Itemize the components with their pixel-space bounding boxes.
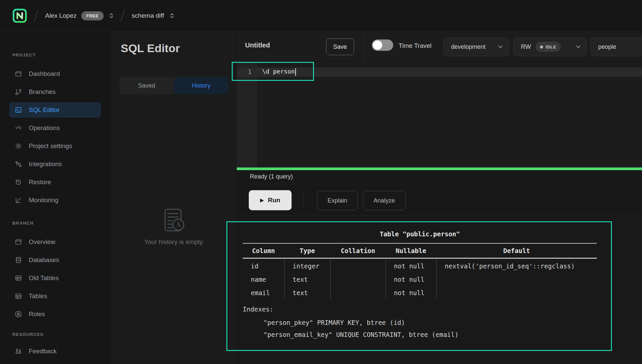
sidebar-item-label: Old Tables	[29, 274, 59, 282]
result-table-title: Table "public.person"	[243, 230, 597, 238]
sidebar-item-integrations[interactable]: Integrations	[9, 156, 101, 172]
table-rule	[243, 243, 597, 244]
cell: text	[284, 286, 330, 299]
table-icon	[15, 274, 22, 282]
column-header: Type	[284, 246, 330, 257]
sidebar-item-project-settings[interactable]: Project settings	[9, 138, 101, 154]
saved-history-tabs: Saved History	[119, 77, 228, 94]
sidebar-item-feedback[interactable]: Feedback	[9, 344, 101, 359]
query-title[interactable]: Untitled	[245, 41, 270, 49]
divider	[110, 362, 237, 362]
column-header: Nullable	[386, 246, 436, 257]
save-button[interactable]: Save	[326, 38, 354, 55]
sidebar-item-tables[interactable]: Tables	[9, 288, 101, 304]
editor-gutter	[237, 62, 257, 167]
empty-history-document-clock-icon	[162, 208, 185, 233]
chevron-down-icon	[498, 45, 503, 48]
sidebar-item-label: Restore	[29, 178, 51, 186]
overview-icon	[15, 238, 22, 246]
sidebar-item-monitoring[interactable]: Monitoring	[9, 193, 101, 208]
gear-icon	[15, 142, 22, 150]
column-header: Default	[436, 246, 597, 257]
cell	[436, 286, 597, 299]
query-progress-bar	[237, 167, 642, 170]
sidebar-item-label: Branches	[29, 88, 56, 96]
sidebar-item-branches[interactable]: Branches	[9, 84, 101, 100]
time-travel-toggle[interactable]	[372, 39, 393, 51]
current-line-highlight	[237, 68, 642, 77]
cell: nextval('person_id_seq'::regclass)	[436, 259, 597, 273]
neon-logo-icon[interactable]	[12, 8, 27, 23]
cell	[330, 259, 386, 273]
cell	[436, 273, 597, 286]
cell	[330, 286, 386, 299]
sidebar-item-databases[interactable]: Databases	[9, 252, 101, 268]
tab-history[interactable]: History	[174, 77, 228, 94]
operations-icon	[15, 124, 22, 132]
run-button[interactable]: ▶ Run	[249, 190, 292, 210]
actions-row: ▶ Run Explain Analyze	[237, 184, 642, 216]
cell: text	[284, 273, 330, 286]
sidebar-item-dashboard[interactable]: Dashboard	[9, 66, 101, 82]
divider	[110, 106, 237, 107]
user-badge-icon	[15, 311, 22, 318]
user-switcher-carets-icon[interactable]	[109, 12, 114, 19]
breadcrumb-separator	[34, 9, 38, 22]
explain-button[interactable]: Explain	[317, 191, 358, 210]
tab-saved[interactable]: Saved	[119, 77, 174, 94]
cell: not null	[386, 286, 436, 299]
people-feedback-icon	[15, 348, 22, 355]
cell: email	[243, 286, 284, 299]
indexes-label: Indexes:	[243, 306, 274, 313]
line-number: 1	[237, 68, 251, 75]
empty-history-text: Your history is empty	[110, 238, 237, 246]
divider	[304, 194, 304, 207]
app-window: Alex Lopez FREE schema diff PROJECT Dash…	[0, 0, 642, 364]
sidebar-item-label: Feedback	[29, 348, 57, 355]
text-caret	[295, 68, 296, 76]
branch-dropdown[interactable]: development	[443, 37, 509, 56]
cell	[330, 273, 386, 286]
sidebar-item-overview[interactable]: Overview	[9, 234, 101, 250]
cell: not null	[386, 259, 436, 273]
run-button-label: Run	[268, 197, 280, 204]
sidebar-item-label: Monitoring	[29, 197, 59, 204]
sql-code-editor[interactable]: 1 \d person	[237, 62, 642, 167]
sidebar-section-resources: RESOURCES	[12, 332, 110, 337]
main-area: Untitled Save Time Travel development RW…	[237, 32, 642, 364]
ready-status-text: Ready (1 query)	[250, 173, 293, 180]
project-switcher-carets-icon[interactable]	[170, 12, 174, 19]
editor-header: Untitled Save Time Travel development RW…	[237, 32, 642, 62]
sidebar-item-label: Overview	[29, 238, 55, 246]
status-row: Ready (1 query)	[237, 170, 642, 184]
sidebar-item-label: Roles	[29, 311, 45, 318]
compute-status-badge: IDLE	[536, 42, 561, 52]
sql-editor-icon	[15, 106, 22, 114]
time-travel-label: Time Travel	[399, 42, 432, 49]
play-icon: ▶	[260, 197, 264, 203]
query-results: Table "public.person" Column Type Collat…	[237, 216, 642, 364]
cell: not null	[386, 273, 436, 286]
dashboard-icon	[15, 70, 22, 78]
code-line[interactable]: \d person	[262, 68, 296, 76]
sidebar-item-operations[interactable]: Operations	[9, 120, 101, 136]
sidebar-item-restore[interactable]: Restore	[9, 174, 101, 190]
breadcrumb-project[interactable]: schema diff	[132, 12, 164, 19]
column-header: Collation	[330, 246, 386, 257]
cell: integer	[284, 259, 330, 273]
analyze-button[interactable]: Analyze	[363, 191, 406, 210]
result-table-header: Column Type Collation Nullable Default	[243, 246, 597, 257]
sidebar-item-old-tables[interactable]: Old Tables	[9, 270, 101, 286]
divider	[110, 67, 237, 68]
compute-dropdown[interactable]: RW IDLE	[513, 37, 587, 56]
integrations-icon	[15, 160, 22, 168]
index-entry: "person_email_key" UNIQUE CONSTRAINT, bt…	[263, 331, 458, 338]
sidebar-item-roles[interactable]: Roles	[9, 307, 101, 322]
branch-dropdown-value: development	[451, 43, 486, 50]
breadcrumb-user[interactable]: Alex Lopez	[45, 12, 77, 19]
sidebar-item-sql-editor[interactable]: SQL Editor	[9, 102, 101, 118]
branches-icon	[15, 88, 22, 96]
database-dropdown[interactable]: people	[591, 37, 642, 56]
sidebar-item-label: Integrations	[29, 160, 62, 168]
sidebar-item-label: Dashboard	[29, 70, 60, 78]
